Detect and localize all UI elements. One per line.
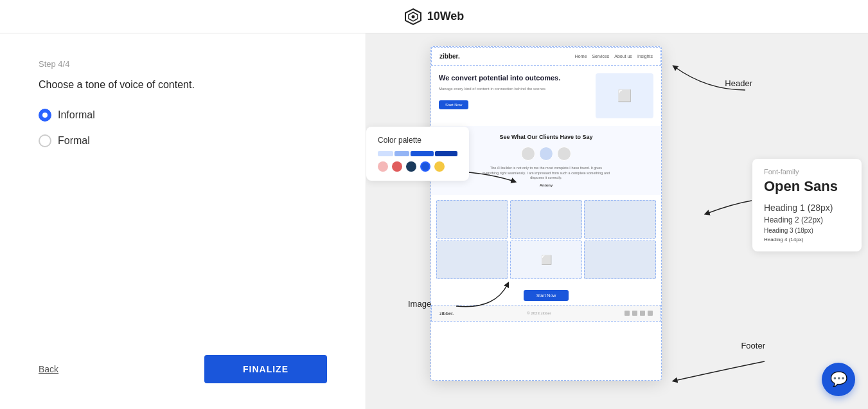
svg-point-2 (411, 15, 414, 18)
heading-2: Heading 2 (22px) (764, 215, 850, 224)
gallery-2 (510, 200, 582, 239)
palette-dot-5 (434, 161, 445, 172)
palette-dot-3 (406, 161, 416, 172)
avatar-3 (557, 147, 571, 161)
radio-formal-circle (39, 134, 51, 147)
logo-icon (404, 8, 422, 26)
heading-4: Heading 4 (14px) (764, 237, 850, 242)
testimonial-text: The AI builder is not only to me the mos… (482, 166, 610, 181)
font-family-label: Font-family (764, 168, 850, 176)
gallery-4 (436, 241, 508, 279)
site-cta-btn: Start Now (524, 290, 569, 301)
social-twitter (624, 311, 630, 316)
website-frame: zibber. Home Services About us Insights … (430, 46, 662, 381)
site-gallery: ⬜ (431, 195, 661, 284)
image-annotation: Image (408, 298, 431, 309)
hero-title: We convert potential into outcomes. (439, 73, 589, 82)
social-instagram (632, 311, 637, 316)
gallery-5: ⬜ (510, 241, 582, 279)
palette-seg-2 (394, 151, 410, 156)
heading-3: Heading 3 (18px) (764, 227, 850, 234)
palette-seg-1 (378, 151, 393, 156)
left-panel: Step 4/4 Choose a tone of voice of conte… (0, 33, 366, 409)
site-header: zibber. Home Services About us Insights (431, 47, 661, 66)
radio-formal[interactable]: Formal (39, 134, 327, 147)
bottom-actions: Back FINALIZE (39, 342, 327, 383)
heading-lines: Heading 1 (28px) Heading 2 (22px) Headin… (764, 203, 850, 242)
chat-button[interactable]: 💬 (822, 363, 855, 396)
gallery-1 (436, 200, 508, 239)
social-facebook (640, 311, 645, 316)
image-annotation-label: Image (408, 299, 431, 309)
question-title: Choose a tone of voice of content. (39, 79, 327, 91)
avatar-2 (539, 147, 553, 161)
palette-seg-4 (435, 151, 457, 156)
site-cta-row: Start Now (431, 284, 661, 305)
palette-dot-4-active[interactable] (420, 161, 430, 172)
header-annotation-label: Header (725, 78, 752, 88)
font-card: Font-family Open Sans Heading 1 (28px) H… (752, 159, 862, 251)
nav-services: Services (592, 54, 609, 59)
palette-dots (378, 161, 457, 172)
heading-1: Heading 1 (28px) (764, 203, 850, 213)
main-layout: Step 4/4 Choose a tone of voice of conte… (0, 33, 868, 409)
palette-title: Color palette (378, 136, 457, 145)
site-nav: Home Services About us Insights (575, 54, 653, 59)
site-logo: zibber. (439, 53, 460, 60)
site-footer: zibber. © 2023 zibber (431, 305, 661, 322)
palette-dot-1 (378, 161, 388, 172)
hero-text: We convert potential into outcomes. Mana… (439, 73, 589, 118)
hero-image: ⬜ (596, 73, 653, 118)
footer-annotation-label: Footer (741, 341, 765, 350)
radio-informal-circle (39, 109, 51, 122)
footer-social (624, 311, 653, 316)
finalize-button[interactable]: FINALIZE (204, 355, 327, 383)
social-linkedin (648, 311, 653, 316)
step-label: Step 4/4 (39, 59, 327, 69)
top-bar: 10Web (0, 0, 868, 33)
image-placeholder-icon: ⬜ (617, 89, 632, 103)
avatar-1 (521, 147, 535, 161)
palette-seg-3 (411, 151, 433, 156)
header-annotation: Header (725, 77, 752, 89)
nav-home: Home (575, 54, 587, 59)
nav-about: About us (614, 54, 632, 59)
nav-insights: Insights (637, 54, 653, 59)
testimonial-title: See What Our Clients Have to Say (439, 134, 653, 140)
radio-formal-label: Formal (58, 135, 90, 147)
gallery-6 (584, 241, 656, 279)
gallery-3 (584, 200, 656, 239)
gallery-placeholder-icon: ⬜ (541, 255, 552, 265)
footer-copy: © 2023 zibber (527, 311, 551, 315)
hero-cta: Start Now (439, 100, 468, 109)
palette-dot-2 (392, 161, 402, 172)
testimonial-name: Antony (439, 183, 653, 187)
hero-desc: Manage every kind of content in connecti… (439, 86, 589, 91)
logo-text: 10Web (427, 10, 465, 23)
right-panel: zibber. Home Services About us Insights … (366, 33, 868, 409)
radio-informal-label: Informal (58, 109, 95, 121)
testimonial-avatars (439, 147, 653, 161)
footer-logo: zibber. (439, 311, 454, 316)
radio-informal[interactable]: Informal (39, 109, 327, 122)
logo-area: 10Web (404, 8, 465, 26)
back-button[interactable]: Back (39, 364, 58, 374)
font-family-name: Open Sans (764, 178, 850, 195)
site-hero: We convert potential into outcomes. Mana… (431, 66, 661, 126)
chat-icon: 💬 (830, 371, 847, 388)
palette-bar (378, 151, 457, 156)
palette-card: Color palette (366, 127, 469, 181)
footer-annotation: Footer (741, 340, 765, 351)
tone-radio-group: Informal Formal (39, 109, 327, 147)
